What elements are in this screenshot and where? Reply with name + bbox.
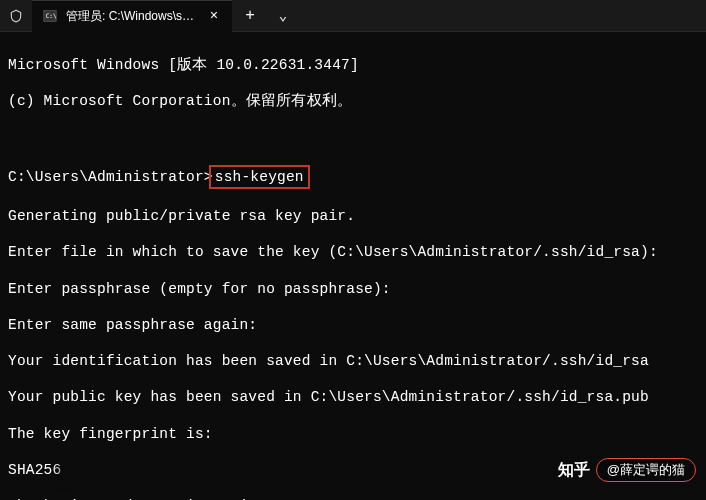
prompt-path: C:\Users\Administrator> <box>8 169 213 185</box>
cmd-icon: C:\ <box>42 8 58 24</box>
terminal-output[interactable]: Microsoft Windows [版本 10.0.22631.3447] (… <box>0 32 706 500</box>
output-line: Your identification has been saved in C:… <box>8 352 698 370</box>
output-line: Generating public/private rsa key pair. <box>8 207 698 225</box>
output-line: (c) Microsoft Corporation。保留所有权利。 <box>8 92 698 110</box>
tab-dropdown-button[interactable]: ⌄ <box>268 0 298 32</box>
output-line: Your public key has been saved in C:\Use… <box>8 388 698 406</box>
svg-text:C:\: C:\ <box>46 12 57 19</box>
output-line: Microsoft Windows [版本 10.0.22631.3447] <box>8 56 698 74</box>
app-shield-icon <box>0 0 32 32</box>
watermark: 知乎 @薛定谔的猫 <box>558 458 696 482</box>
output-line: Enter same passphrase again: <box>8 316 698 334</box>
tab-close-button[interactable]: × <box>206 8 222 24</box>
sha-label: SHA256 <box>8 462 61 478</box>
output-blank <box>8 129 698 147</box>
output-line: Enter file in which to save the key (C:\… <box>8 243 698 261</box>
terminal-tab[interactable]: C:\ 管理员: C:\Windows\system32 × <box>32 0 232 32</box>
output-line: Enter passphrase (empty for no passphras… <box>8 280 698 298</box>
new-tab-button[interactable]: + <box>232 0 268 32</box>
titlebar: C:\ 管理员: C:\Windows\system32 × + ⌄ <box>0 0 706 32</box>
tab-title: 管理员: C:\Windows\system32 <box>66 8 198 25</box>
author-badge: @薛定谔的猫 <box>596 458 696 482</box>
highlighted-command: ssh-keygen <box>209 165 310 189</box>
output-line: The key fingerprint is: <box>8 425 698 443</box>
zhihu-logo: 知乎 <box>558 460 590 481</box>
prompt-line: C:\Users\Administrator>ssh-keygen <box>8 165 698 189</box>
